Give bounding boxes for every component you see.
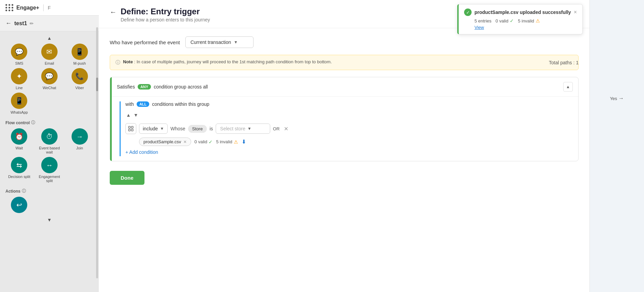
whatsapp-icon: 📱 <box>11 93 27 109</box>
svg-rect-1 <box>132 126 133 128</box>
sidebar-item-wechat[interactable]: 💬 WeChat <box>36 68 63 90</box>
actions-section-label: Actions ⓘ <box>0 185 99 195</box>
sidebar-scrollbar <box>96 27 98 278</box>
svg-rect-2 <box>128 129 130 131</box>
include-dropdown[interactable]: include ▼ <box>139 124 168 134</box>
sidebar-item-action[interactable]: ↩ <box>5 197 33 213</box>
panel-subtitle: Define how a person enters to this journ… <box>121 17 210 22</box>
done-button[interactable]: Done <box>110 171 144 185</box>
satisfies-text: Satisfies <box>117 84 135 90</box>
join-icon: → <box>72 128 88 145</box>
sidebar-item-line[interactable]: ✦ Line <box>5 68 33 90</box>
toast-close-button[interactable]: × <box>574 9 577 15</box>
any-badge[interactable]: ANY <box>138 84 151 90</box>
wechat-icon: 💬 <box>41 68 58 84</box>
event-value: Current transaction <box>190 39 231 45</box>
collapse-button[interactable]: ▲ <box>563 82 573 92</box>
is-text: is <box>210 126 213 131</box>
note-container: ⓘ Note : In case of multiple paths, jour… <box>110 55 579 70</box>
page-name: test1 <box>14 20 27 27</box>
flow-icons: ⏰ Wait ⏱ Event based wait → Join ⇆ Decis… <box>0 127 99 185</box>
sidebar-item-join[interactable]: → Join <box>66 128 93 154</box>
event-wait-label: Event based wait <box>36 146 63 154</box>
channel-icons: 💬 SMS ✉ Email 📱 M-push ✦ Line 💬 WeChat 📞 <box>0 42 99 117</box>
include-chevron-icon: ▼ <box>160 126 164 131</box>
nav-down-button[interactable]: ▼ <box>133 112 139 118</box>
all-badge[interactable]: ALL <box>137 101 149 107</box>
file-tag: productSample.csv ✕ <box>139 137 191 146</box>
toast-view-link[interactable]: View <box>474 25 577 30</box>
sidebar-item-engagement[interactable]: ↔ Engagement split <box>36 157 63 183</box>
event-label: Who have performed the event <box>110 39 180 45</box>
nav-up-button[interactable]: ▲ <box>125 112 132 118</box>
condition-group-text: condition group across all <box>154 84 208 90</box>
toast-details: 5 entries 0 valid ✓ 5 invalid ⚠ <box>474 18 577 23</box>
toast-notification: ✓ productSample.csv uploaded successfull… <box>457 4 583 34</box>
valid-count: 0 valid ✓ <box>195 139 213 145</box>
app-grid-icon[interactable] <box>5 4 14 11</box>
sidebar-item-mpush[interactable]: 📱 M-push <box>66 44 93 65</box>
panel-back-button[interactable]: ← <box>110 8 117 16</box>
sidebar-item-wait[interactable]: ⏰ Wait <box>5 128 33 154</box>
mpush-icon: 📱 <box>72 44 88 60</box>
store-badge: Store <box>188 125 207 133</box>
sidebar-item-whatsapp[interactable]: 📱 WhatsApp <box>5 93 33 114</box>
event-dropdown[interactable]: Current transaction ▼ <box>185 36 254 48</box>
nav-arrows: ▲ ▼ <box>125 112 573 118</box>
file-tag-close-button[interactable]: ✕ <box>183 140 187 144</box>
app-header: Engage+ F <box>0 0 99 16</box>
conditions-text: conditions within this group <box>152 101 209 107</box>
select-store-dropdown[interactable]: Select store ▼ <box>216 124 270 134</box>
filter-icon <box>128 126 134 132</box>
wait-label: Wait <box>16 146 23 150</box>
back-row: ← test1 ✏ <box>0 16 99 31</box>
filter-close-button[interactable]: ✕ <box>282 125 290 133</box>
condition-green-bar <box>110 77 112 161</box>
sidebar-item-email[interactable]: ✉ Email <box>36 44 63 65</box>
filter-icon-box[interactable] <box>125 123 136 134</box>
scroll-up-arrow[interactable]: ▲ <box>0 34 99 42</box>
scroll-down-arrow[interactable]: ▼ <box>0 216 99 224</box>
flow-yes: Yes → <box>610 95 624 101</box>
sidebar-item-event-wait[interactable]: ⏱ Event based wait <box>36 128 63 154</box>
back-icon[interactable]: ← <box>5 20 12 27</box>
file-name: productSample.csv <box>143 139 181 144</box>
viber-label: Viber <box>75 86 84 90</box>
line-icon: ✦ <box>11 68 27 84</box>
add-condition-button[interactable]: + Add condition <box>125 146 573 156</box>
select-store-placeholder: Select store <box>220 126 245 131</box>
sidebar-scroll: ▲ 💬 SMS ✉ Email 📱 M-push ✦ Line 💬 WeChat <box>0 31 99 292</box>
filter-row: include ▼ Whose Store is Select store ▼ … <box>125 123 573 134</box>
note-bold: Note <box>123 59 133 64</box>
panel-header-text: Define: Entry trigger Define how a perso… <box>121 7 210 22</box>
wechat-label: WeChat <box>43 86 56 90</box>
info-icon: ⓘ <box>31 120 35 126</box>
yes-label: Yes <box>610 96 617 101</box>
toast-valid: 0 valid ✓ <box>495 18 514 23</box>
sidebar-item-sms[interactable]: 💬 SMS <box>5 44 33 65</box>
toast-check-icon: ✓ <box>464 9 472 16</box>
svg-rect-3 <box>132 129 133 131</box>
add-condition-label: + Add condition <box>125 149 158 155</box>
flow-right-arrow: → <box>618 95 624 101</box>
email-label: Email <box>45 61 54 65</box>
total-paths: Total paths : 1 <box>549 60 579 65</box>
download-button[interactable]: ⬇ <box>242 139 246 145</box>
toast-entries: 5 entries <box>474 18 491 23</box>
sms-label: SMS <box>15 61 23 65</box>
action-icon: ↩ <box>11 197 27 213</box>
invalid-warn-icon: ⚠ <box>536 18 540 23</box>
condition-header: Satisfies ANY condition group across all… <box>110 77 578 97</box>
panel-title: Define: Entry trigger <box>121 7 210 16</box>
sidebar-item-decision[interactable]: ⇆ Decision split <box>5 157 33 183</box>
panel-content: Who have performed the event Current tra… <box>99 28 589 292</box>
edit-icon[interactable]: ✏ <box>30 21 34 26</box>
event-wait-icon: ⏱ <box>41 128 58 145</box>
valid-check-icon-2: ✓ <box>209 139 213 145</box>
email-icon: ✉ <box>41 44 58 60</box>
sidebar-item-viber[interactable]: 📞 Viber <box>66 68 93 90</box>
toast-top: ✓ productSample.csv uploaded successfull… <box>464 9 577 16</box>
app-title: Engage+ <box>16 5 39 11</box>
invalid-count: 5 invalid ⚠ <box>216 139 238 145</box>
event-row: Who have performed the event Current tra… <box>110 36 579 48</box>
